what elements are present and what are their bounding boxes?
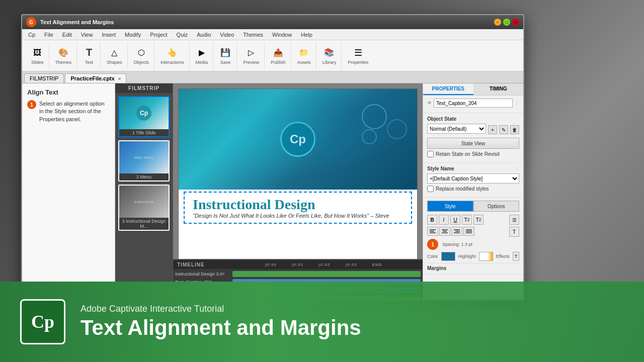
style-name-section: Style Name ⋮ +[Default Caption Style] Re… (423, 163, 523, 198)
bottom-overlay: Cp Adobe Captivate Interactive Tutorial … (0, 282, 644, 362)
slide-label-2: 2 Menu (119, 173, 169, 180)
tab-properties[interactable]: PROPERTIES (423, 83, 473, 95)
toolbar-assets-button[interactable]: 📁 Assets (295, 46, 313, 66)
superscript-button[interactable]: T2 (462, 215, 472, 225)
filmstrip-panel: FILMSTRIP Cp 1 Title Slide Main Menu 2 M… (115, 83, 173, 299)
menu-view[interactable]: View (77, 31, 97, 39)
toolbar-group-properties: ☰ Properties (343, 42, 373, 69)
state-view-button[interactable]: State View (427, 138, 519, 149)
window-title: Text Alignment and Margins (40, 19, 490, 25)
tab-timing[interactable]: TIMING (473, 83, 524, 95)
slide-thumbnail-1[interactable]: Cp 1 Title Slide (118, 96, 170, 137)
style-name-label: Style Name (427, 166, 513, 171)
toolbar-slides-button[interactable]: 🖼 Slides (29, 46, 46, 66)
properties-label: Properties (348, 60, 368, 65)
toolbar-properties-button[interactable]: ☰ Properties (346, 46, 370, 66)
bold-button[interactable]: B (427, 215, 437, 225)
preview-icon: ▷ (245, 47, 257, 59)
highlight-swatch[interactable] (479, 252, 493, 261)
subscript-button[interactable]: T2 (473, 215, 484, 225)
edit-state-button[interactable]: ✎ (499, 125, 508, 134)
text-style-button[interactable]: T (509, 227, 519, 237)
library-label: Library (323, 60, 337, 65)
file-tab[interactable]: PracticeFile.cptx × (65, 73, 126, 83)
shapes-label: Shapes (107, 60, 122, 65)
align-center-button[interactable] (439, 227, 450, 236)
assets-label: Assets (297, 60, 311, 65)
overlay-title: Text Alignment and Margins (80, 316, 361, 339)
text-icon: T (83, 47, 95, 59)
replace-styles-checkbox[interactable] (427, 186, 434, 192)
publish-label: Publish (271, 60, 286, 65)
title-bar: G Text Alignment and Margins − □ × (22, 15, 523, 29)
step-spacing-row: 1 Spacing: 1.3 pt (427, 239, 519, 250)
step-number-badge: 1 (27, 100, 36, 109)
toolbar-objects-button[interactable]: ⬡ Objects (132, 46, 151, 66)
menu-window[interactable]: Window (268, 31, 296, 39)
style-menu-icon[interactable]: ⋮ (515, 166, 519, 171)
toolbar-interactions-button[interactable]: 👆 Interactions (158, 46, 186, 66)
color-swatch[interactable] (441, 252, 455, 261)
window-controls: − □ × (494, 19, 519, 26)
object-state-label: Object State (427, 116, 519, 122)
retain-state-checkbox[interactable] (427, 151, 434, 157)
list-button[interactable]: ☰ (509, 215, 519, 225)
maximize-button[interactable]: □ (503, 19, 510, 26)
outer-frame: G Text Alignment and Margins − □ × Cp Fi… (0, 0, 644, 362)
menu-edit[interactable]: Edit (58, 31, 76, 39)
themes-label: Themes (55, 60, 72, 65)
slides-icon: 🖼 (31, 47, 43, 59)
minimize-button[interactable]: − (494, 19, 501, 26)
menu-cp-icon[interactable]: Cp (24, 31, 39, 39)
menu-file[interactable]: File (40, 31, 57, 39)
close-button[interactable]: × (512, 19, 519, 26)
italic-button[interactable]: I (439, 215, 449, 225)
toolbar-save-button[interactable]: 💾 Save (217, 46, 233, 66)
timeline-track-1: Instructional Design 3.0+ (173, 270, 423, 278)
align-justify-button[interactable] (463, 227, 474, 236)
align-left-button[interactable] (427, 227, 438, 236)
app-window: G Text Alignment and Margins − □ × Cp Fi… (21, 14, 524, 301)
filmstrip-tab[interactable]: FILMSTRIP (24, 73, 64, 83)
align-justify-icon (465, 229, 472, 234)
style-tab[interactable]: Style (427, 201, 473, 212)
align-left-icon (429, 229, 436, 234)
menu-project[interactable]: Project (146, 31, 171, 39)
toolbar-library-button[interactable]: 📚 Library (320, 46, 339, 66)
add-state-button[interactable]: + (488, 125, 497, 134)
toolbar-publish-button[interactable]: 📤 Publish (269, 46, 288, 66)
menu-video[interactable]: Video (216, 31, 238, 39)
main-content: Align Text 1 Select an alignment option … (22, 83, 523, 299)
toolbar-group-publish: 📤 Publish (266, 42, 291, 69)
toolbar-text-button[interactable]: T Text (81, 46, 97, 66)
state-select[interactable]: Normal (Default) (427, 124, 486, 134)
effects-t-button[interactable]: T (513, 252, 519, 261)
delete-state-button[interactable]: 🗑 (510, 125, 519, 134)
slide-thumbnail-3[interactable]: Instructional 3 Instructional Design M..… (118, 185, 170, 231)
menu-quiz[interactable]: Quiz (173, 31, 192, 39)
align-right-icon (453, 229, 460, 234)
object-name-input[interactable] (434, 99, 513, 108)
toolbar-preview-button[interactable]: ▷ Preview (241, 46, 261, 66)
toolbar-group-objects: ⬡ Objects (129, 42, 155, 69)
menu-dots-icon[interactable]: ⋮ (515, 101, 519, 106)
toolbar-themes-button[interactable]: 🎨 Themes (53, 46, 74, 66)
text-label: Text (85, 60, 94, 65)
options-tab[interactable]: Options (473, 201, 520, 212)
menu-themes[interactable]: Themes (239, 31, 267, 39)
slide-thumbnail-2[interactable]: Main Menu 2 Menu (118, 140, 170, 182)
underline-button[interactable]: U (450, 215, 460, 225)
align-right-button[interactable] (451, 227, 462, 236)
menu-audio[interactable]: Audio (193, 31, 215, 39)
style-name-select[interactable]: +[Default Caption Style] (427, 173, 519, 184)
tab-close-icon[interactable]: × (118, 76, 121, 81)
slides-label: Slides (31, 60, 44, 65)
shapes-icon: △ (108, 47, 120, 59)
menu-insert[interactable]: Insert (98, 31, 120, 39)
toolbar-media-button[interactable]: ▶ Media (194, 46, 210, 66)
eye-icon: 👁 (427, 101, 432, 106)
align-row: T (427, 227, 519, 237)
menu-help[interactable]: Help (297, 31, 316, 39)
menu-modify[interactable]: Modify (121, 31, 145, 39)
toolbar-shapes-button[interactable]: △ Shapes (105, 46, 124, 66)
